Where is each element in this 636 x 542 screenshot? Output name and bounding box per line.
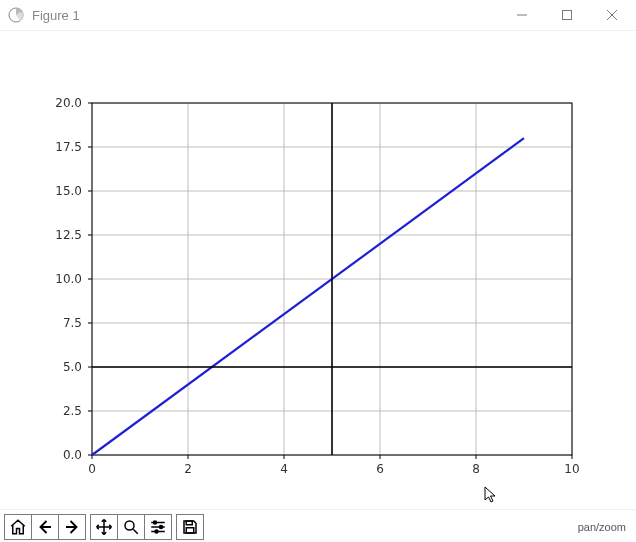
- x-tick-label: 10: [564, 462, 579, 476]
- y-tick-label: 10.0: [55, 272, 82, 286]
- window-titlebar: Figure 1: [0, 0, 636, 31]
- configure-subplots-button[interactable]: [144, 515, 171, 539]
- figure-canvas[interactable]: 0 2 4 6 8 10 0.0 2.5 5.0 7.5 10.0 12.5 1…: [0, 31, 636, 509]
- y-tick-label: 7.5: [63, 316, 82, 330]
- home-button[interactable]: [5, 515, 31, 539]
- window-title: Figure 1: [32, 8, 80, 23]
- x-tick-label: 4: [280, 462, 288, 476]
- back-button[interactable]: [31, 515, 58, 539]
- x-tick-label: 2: [184, 462, 192, 476]
- matplotlib-icon: [8, 7, 24, 23]
- window-minimize-button[interactable]: [499, 0, 544, 30]
- window-maximize-button[interactable]: [544, 0, 589, 30]
- y-tick-label: 0.0: [63, 448, 82, 462]
- y-tick-label: 12.5: [55, 228, 82, 242]
- series-line-blue: [92, 138, 524, 455]
- x-tick-label: 8: [472, 462, 480, 476]
- pan-button[interactable]: [91, 515, 117, 539]
- plot-svg: 0 2 4 6 8 10 0.0 2.5 5.0 7.5 10.0 12.5 1…: [0, 31, 636, 509]
- forward-button[interactable]: [58, 515, 85, 539]
- y-ticks: 0.0 2.5 5.0 7.5 10.0 12.5 15.0 17.5 20.0: [55, 96, 92, 462]
- x-tick-label: 0: [88, 462, 96, 476]
- y-tick-label: 17.5: [55, 140, 82, 154]
- y-tick-label: 15.0: [55, 184, 82, 198]
- toolbar-status: pan/zoom: [578, 521, 630, 533]
- x-ticks: 0 2 4 6 8 10: [88, 455, 579, 476]
- svg-point-35: [125, 521, 134, 530]
- y-tick-label: 2.5: [63, 404, 82, 418]
- svg-point-38: [155, 530, 158, 533]
- x-tick-label: 6: [376, 462, 384, 476]
- svg-point-36: [154, 521, 157, 524]
- y-tick-label: 5.0: [63, 360, 82, 374]
- svg-rect-2: [562, 11, 571, 20]
- save-button[interactable]: [177, 515, 203, 539]
- zoom-button[interactable]: [117, 515, 144, 539]
- window-close-button[interactable]: [589, 0, 634, 30]
- toolbar: pan/zoom: [0, 509, 636, 542]
- svg-rect-39: [186, 521, 192, 525]
- y-tick-label: 20.0: [55, 96, 82, 110]
- svg-rect-40: [186, 528, 194, 533]
- svg-point-37: [160, 526, 163, 529]
